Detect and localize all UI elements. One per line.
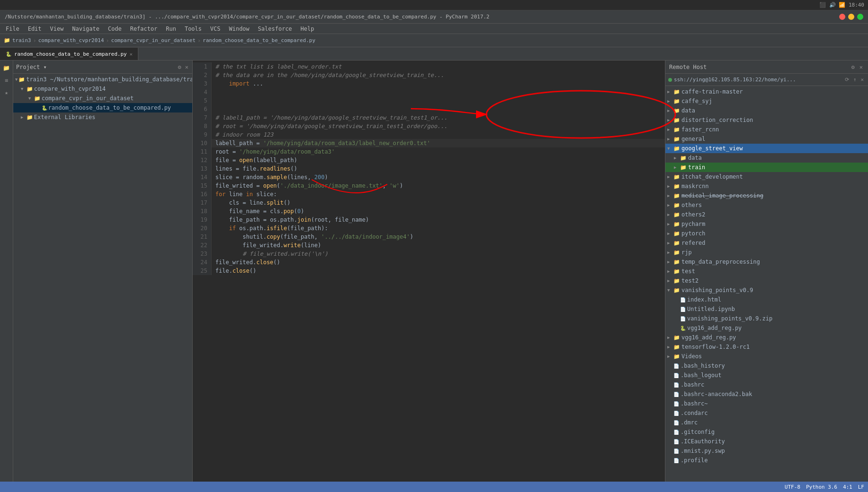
remote-item-refered[interactable]: ▶ 📁 refered xyxy=(665,238,868,248)
remote-item-label: .bashrc xyxy=(681,381,705,388)
remote-item-mnist[interactable]: 📄 .mnist.py.swp xyxy=(665,446,868,456)
remote-item-test2[interactable]: ▶ 📁 test2 xyxy=(665,276,868,285)
remote-item-distortion[interactable]: ▶ 📁 distortion_correction xyxy=(665,115,868,125)
sidebar-structure-icon[interactable]: ≡ xyxy=(1,75,12,86)
code-line-17: 17 cls = line.split() xyxy=(193,199,665,207)
connection-indicator xyxy=(668,78,672,82)
remote-item-vanishing[interactable]: ▼ 📁 vanishing_points_v0.9 xyxy=(665,285,868,295)
remote-item-label: temp_data_preprocessing xyxy=(681,259,760,265)
remote-item-label: test xyxy=(681,268,695,275)
remote-item-vgg16[interactable]: 🐍 vgg16_add_reg.py xyxy=(665,323,868,333)
menu-navigate[interactable]: Navigate xyxy=(68,25,103,33)
status-python: Python 3.6 xyxy=(806,484,837,490)
code-line-20: 20 if os.path.isfile(file_path): xyxy=(193,224,665,233)
remote-item-temp[interactable]: ▶ 📁 temp_data_preprocessing xyxy=(665,257,868,267)
code-content[interactable]: 1 # the txt list is label_new_order.txt … xyxy=(193,60,665,492)
remote-item-gsv-train[interactable]: ▶ 📁 train xyxy=(665,163,868,172)
tree-folder-icon: 📁 xyxy=(26,86,33,92)
folder-icon: 📁 xyxy=(4,37,10,43)
menu-code[interactable]: Code xyxy=(104,25,126,33)
maximize-button[interactable] xyxy=(857,14,863,20)
sidebar-project-icon[interactable]: 📁 xyxy=(1,62,12,74)
code-line-9: 9 # indoor room 123 xyxy=(193,130,665,139)
remote-item-itchat[interactable]: ▶ 📁 itchat_development xyxy=(665,172,868,181)
remote-item-iceauthority[interactable]: 📄 .ICEauthority xyxy=(665,437,868,446)
remote-item-rjp[interactable]: ▶ 📁 rjp xyxy=(665,248,868,257)
remote-item-maskrcnn[interactable]: ▶ 📁 maskrcnn xyxy=(665,181,868,191)
settings-icon[interactable]: ⚙ xyxy=(177,63,182,71)
breadcrumb-file[interactable]: random_choose_data_to_be_compared.py xyxy=(203,37,315,43)
remote-item-templates[interactable]: ▶ 📁 vgg16_add_reg.py xyxy=(665,333,868,342)
code-line-6: 6 xyxy=(193,105,665,113)
remote-item-gitconfig[interactable]: 📄 .gitconfig xyxy=(665,427,868,437)
close-button[interactable] xyxy=(839,14,845,20)
remote-item-others[interactable]: ▶ 📁 others xyxy=(665,200,868,210)
remote-item-bash-history[interactable]: 📄 .bash_history xyxy=(665,361,868,371)
tab-close-icon[interactable]: ✕ xyxy=(129,52,132,57)
tab-main-file[interactable]: 🐍 random_choose_data_to_be_compared.py ✕ xyxy=(0,48,138,60)
close-panel-icon[interactable]: ✕ xyxy=(184,63,189,71)
remote-item-vanishing-zip[interactable]: 📄 vanishing_points_v0.9.zip xyxy=(665,314,868,323)
remote-item-bashrc-tilde[interactable]: 📄 .bashrc~ xyxy=(665,399,868,408)
remote-host-title: Remote Host xyxy=(669,64,706,70)
remote-item-test[interactable]: ▶ 📁 test xyxy=(665,267,868,276)
window-controls xyxy=(839,14,863,20)
menu-view[interactable]: View xyxy=(46,25,68,33)
remote-item-untitled[interactable]: 📄 Untitled.ipynb xyxy=(665,304,868,314)
menu-bar: File Edit View Navigate Code Refactor Ru… xyxy=(0,24,868,34)
menu-window[interactable]: Window xyxy=(225,25,253,33)
remote-item-faster-rcnn[interactable]: ▶ 📁 faster_rcnn xyxy=(665,125,868,134)
code-line-19: 19 file_path = os.path.join(root, file_n… xyxy=(193,216,665,224)
remote-item-google-street[interactable]: ▼ 📁 google_street_view xyxy=(665,144,868,153)
disconnect-icon[interactable]: ✕ xyxy=(859,76,865,83)
menu-help[interactable]: Help xyxy=(297,25,318,33)
breadcrumb-compare[interactable]: compare_with_cvpr2014 xyxy=(38,37,104,43)
tree-item-train3[interactable]: ▼ 📁 train3 ~/Nutstore/manhantan_building… xyxy=(13,75,192,84)
remote-item-caffe-syj[interactable]: ▶ 📁 caffe_syj xyxy=(665,96,868,106)
menu-salesforce[interactable]: Salesforce xyxy=(254,25,296,33)
remote-item-bash-logout[interactable]: 📄 .bash_logout xyxy=(665,371,868,380)
status-encoding: UTF-8 xyxy=(785,484,800,490)
breadcrumb-train3[interactable]: train3 xyxy=(12,37,31,43)
sync-icon[interactable]: ⟳ xyxy=(843,76,851,83)
status-right: UTF-8 Python 3.6 4:1 LF xyxy=(785,484,864,490)
remote-item-caffe-train[interactable]: ▶ 📁 caffe-train-master xyxy=(665,87,868,96)
remote-item-pycharm[interactable]: ▶ 📁 pycharm xyxy=(665,219,868,229)
menu-run[interactable]: Run xyxy=(162,25,180,33)
remote-item-index[interactable]: 📄 index.html xyxy=(665,295,868,304)
remote-item-data[interactable]: ▶ 📁 data xyxy=(665,106,868,115)
tab-py-icon: 🐍 xyxy=(6,52,11,57)
tree-item-external[interactable]: ▶ 📁 External Libraries xyxy=(13,112,192,122)
remote-item-pytorch[interactable]: ▶ 📁 pytorch xyxy=(665,229,868,238)
menu-tools[interactable]: Tools xyxy=(181,25,205,33)
remote-item-condarc[interactable]: 📄 .condarc xyxy=(665,408,868,418)
remote-item-bashrc-anaconda[interactable]: 📄 .bashrc-anaconda2.bak xyxy=(665,389,868,399)
remote-item-bashrc[interactable]: 📄 .bashrc xyxy=(665,380,868,389)
remote-item-gsv-data[interactable]: ▶ 📁 data xyxy=(665,153,868,163)
tree-item-random-file[interactable]: 🐍 random_choose_data_to_be_compared.py xyxy=(13,103,192,112)
remote-settings-icon[interactable]: ⚙ xyxy=(850,63,856,71)
tree-item-label: External Libraries xyxy=(34,114,95,121)
remote-close-icon[interactable]: ✕ xyxy=(858,63,864,71)
remote-item-videos[interactable]: ▶ 📁 Videos xyxy=(665,352,868,361)
sidebar-favorites-icon[interactable]: ★ xyxy=(1,87,12,98)
tree-item-compare[interactable]: ▼ 📁 compare_with_cvpr2014 xyxy=(13,84,192,94)
remote-item-others2[interactable]: ▶ 📁 others2 xyxy=(665,210,868,219)
remote-item-dmrc[interactable]: 📄 .dmrc xyxy=(665,418,868,427)
remote-item-tensorflow[interactable]: ▶ 📁 tensorflow-1.2.0-rc1 xyxy=(665,342,868,352)
remote-item-medical[interactable]: ▶ 📁 medical_image_processing xyxy=(665,191,868,200)
remote-item-label: .dmrc xyxy=(681,419,698,426)
connection-icons: ⟳ ↑ ✕ xyxy=(843,76,865,83)
menu-refactor[interactable]: Refactor xyxy=(126,25,161,33)
breadcrumb-compare-cvpr[interactable]: compare_cvpr_in_our_dataset xyxy=(111,37,196,43)
menu-edit[interactable]: Edit xyxy=(24,25,45,33)
remote-item-profile[interactable]: 📄 .profile xyxy=(665,456,868,465)
upload-icon[interactable]: ↑ xyxy=(852,76,858,83)
code-line-14: 14 slice = random.sample(lines, 200) xyxy=(193,173,665,181)
minimize-button[interactable] xyxy=(848,14,854,20)
menu-vcs[interactable]: VCS xyxy=(206,25,224,33)
remote-item-general[interactable]: ▶ 📁 general xyxy=(665,134,868,144)
tree-item-compare-cvpr[interactable]: ▼ 📁 compare_cvpr_in_our_dataset xyxy=(13,94,192,103)
menu-file[interactable]: File xyxy=(2,25,23,33)
code-editor[interactable]: 1 # the txt list is label_new_order.txt … xyxy=(193,60,665,492)
